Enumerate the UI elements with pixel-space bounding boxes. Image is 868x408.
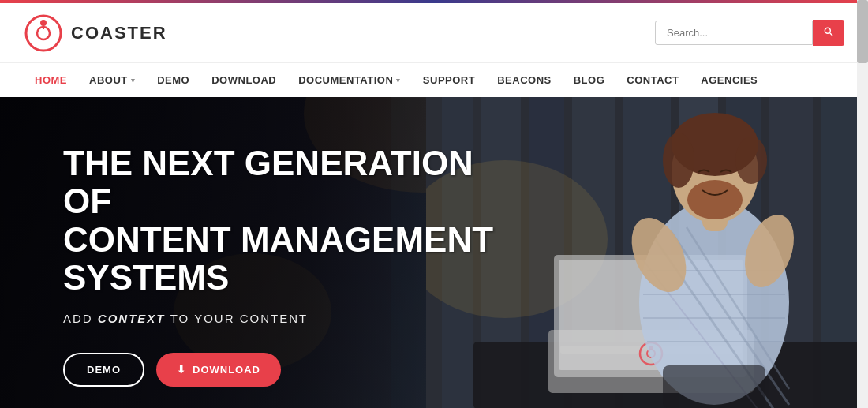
nav-item-agencies[interactable]: AGENCIES: [690, 63, 769, 98]
scrollbar[interactable]: [857, 0, 868, 408]
download-button[interactable]: ⬇ DOWNLOAD: [156, 353, 281, 387]
hero-section: THE NEXT GENERATION OF CONTENT MANAGEMEN…: [0, 97, 868, 408]
chevron-down-icon-2: ▾: [396, 77, 401, 84]
nav-item-documentation[interactable]: DOCUMENTATION ▾: [287, 63, 412, 98]
svg-point-40: [735, 137, 767, 184]
nav-item-download[interactable]: DOWNLOAD: [200, 63, 287, 98]
logo-text: COASTER: [71, 23, 167, 43]
svg-rect-42: [663, 365, 765, 408]
navbar: HOME ABOUT ▾ DEMO DOWNLOAD DOCUMENTATION…: [0, 62, 868, 97]
nav-item-home[interactable]: HOME: [24, 63, 78, 98]
hero-subtitle: ADD CONTEXT TO YOUR CONTENT: [63, 312, 497, 325]
hero-title: THE NEXT GENERATION OF CONTENT MANAGEMEN…: [63, 144, 497, 298]
nav-item-blog[interactable]: BLOG: [563, 63, 616, 98]
nav-item-support[interactable]: SUPPORT: [412, 63, 486, 98]
logo-icon: [24, 13, 63, 53]
hero-buttons: DEMO ⬇ DOWNLOAD: [63, 353, 497, 387]
nav-item-beacons[interactable]: BEACONS: [486, 63, 563, 98]
search-area: [655, 20, 844, 46]
search-input[interactable]: [655, 21, 813, 45]
logo-area: COASTER: [24, 13, 167, 53]
svg-point-41: [687, 180, 743, 219]
nav-item-contact[interactable]: CONTACT: [615, 63, 690, 98]
nav-item-demo[interactable]: DEMO: [146, 63, 200, 98]
chevron-down-icon: ▾: [131, 77, 136, 84]
nav-item-about[interactable]: ABOUT ▾: [78, 63, 146, 98]
search-icon: [823, 26, 834, 37]
download-icon: ⬇: [177, 364, 186, 376]
svg-point-39: [663, 133, 694, 188]
nav-items: HOME ABOUT ▾ DEMO DOWNLOAD DOCUMENTATION…: [24, 63, 769, 98]
demo-button[interactable]: DEMO: [63, 353, 144, 387]
header: COASTER: [0, 3, 868, 62]
svg-point-2: [40, 20, 47, 26]
scrollbar-thumb[interactable]: [857, 0, 868, 63]
hero-content: THE NEXT GENERATION OF CONTENT MANAGEMEN…: [63, 144, 497, 387]
svg-line-5: [829, 32, 832, 35]
search-button[interactable]: [813, 20, 844, 46]
